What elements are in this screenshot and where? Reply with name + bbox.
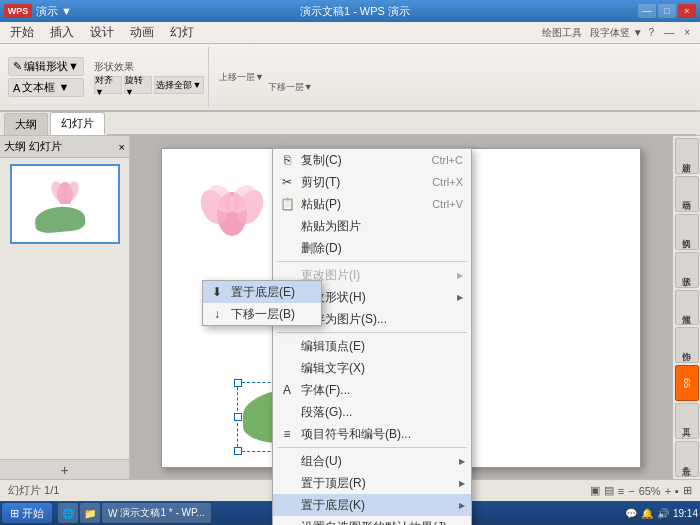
ctx-font[interactable]: A 字体(F)... <box>273 379 471 401</box>
ctx-bring-front[interactable]: 置于顶层(R) <box>273 472 471 494</box>
minimize-btn[interactable]: — <box>638 4 656 18</box>
panel-close-btn[interactable]: × <box>119 141 125 153</box>
animation-btn[interactable]: 动画 <box>675 176 699 212</box>
ctx-paste-image-label: 粘贴为图片 <box>301 218 361 235</box>
ctx-bullets[interactable]: ≡ 项目符号和编号(B)... <box>273 423 471 445</box>
ribbon-close-btn[interactable]: × <box>680 27 694 38</box>
comment-icon[interactable]: 💬 <box>625 508 637 519</box>
ctx-paste-as-image[interactable]: 粘贴为图片 <box>273 215 471 237</box>
send-backward-icon: ↓ <box>209 306 225 322</box>
ctx-send-back[interactable]: 置于底层(K) <box>273 494 471 516</box>
zoom-in[interactable]: + <box>665 485 671 497</box>
wps-logo: WPS <box>4 4 32 18</box>
shape-btn[interactable]: 形状 <box>675 252 699 288</box>
ctx-set-default-label: 设置自选图形的默认效果(J) <box>301 519 447 526</box>
ctx-edit-vertex[interactable]: 编辑顶点(E) <box>273 335 471 357</box>
taskbar-time: 19:14 <box>673 508 698 519</box>
maximize-btn[interactable]: □ <box>658 4 676 18</box>
network-icon[interactable]: 🔔 <box>641 508 653 519</box>
panel-title: 大纲 幻灯片 <box>4 139 62 154</box>
transition-btn[interactable]: 切换 <box>675 214 699 250</box>
leaf-thumb <box>34 205 86 234</box>
textbox-icon: A <box>13 82 20 94</box>
taskbar-folder-icon[interactable]: 📁 <box>80 503 100 523</box>
down-one-btn[interactable]: 下移一层▼ <box>268 81 313 94</box>
sub-send-to-back[interactable]: ⬇ 置于底层(E) <box>203 281 321 303</box>
select-all-btn[interactable]: 选择全部▼ <box>154 76 204 94</box>
edit-shape-btn[interactable]: ✎ 编辑形状▼ <box>8 57 84 76</box>
taskbar-tray: 💬 🔔 🔊 19:14 <box>625 508 698 519</box>
taskbar-browser-icon[interactable]: 🌐 <box>58 503 78 523</box>
tab-slides[interactable]: 幻灯片 <box>50 112 105 135</box>
ctx-bring-front-label: 置于顶层(R) <box>301 475 366 492</box>
menu-insert[interactable]: 插入 <box>42 22 82 43</box>
view-outline[interactable]: ≡ <box>618 485 624 497</box>
font-icon: A <box>279 382 295 398</box>
speaker-icon[interactable]: 🔊 <box>657 508 669 519</box>
sub-menu-send-back: ⬇ 置于底层(E) ↓ 下移一层(B) <box>202 280 322 326</box>
slide-thumbnail[interactable] <box>10 164 120 244</box>
zoom-slider[interactable]: ▪ <box>675 485 679 497</box>
sub-send-backward[interactable]: ↓ 下移一层(B) <box>203 303 321 325</box>
handle-tl[interactable] <box>234 379 242 387</box>
ctx-delete[interactable]: 删除(D) <box>273 237 471 259</box>
ctx-paste-label: 粘贴(P) <box>301 196 341 213</box>
copy-shortcut: Ctrl+C <box>432 154 463 166</box>
edit-shape-icon: ✎ <box>13 60 22 73</box>
ctx-paste[interactable]: 📋 粘贴(P) Ctrl+V <box>273 193 471 215</box>
submenu-arrow1: ▶ <box>457 271 463 280</box>
align-group: 对齐▼ 旋转▼ 选择全部▼ <box>94 76 204 94</box>
close-btn[interactable]: × <box>678 4 696 18</box>
window-controls[interactable]: — □ × <box>638 4 696 18</box>
submenu-arrow2: ▶ <box>457 293 463 302</box>
memo-btn[interactable]: 备忘 <box>675 441 699 477</box>
view-slide[interactable]: ▤ <box>604 484 614 497</box>
shape-effects-label: 形状效果 <box>94 60 204 74</box>
align-btn[interactable]: 对齐▼ <box>94 76 122 94</box>
zoom-level: 65% <box>639 485 661 497</box>
view-normal[interactable]: ▣ <box>590 484 600 497</box>
menu-animation[interactable]: 动画 <box>122 22 162 43</box>
add-slide-btn[interactable]: + <box>0 459 129 479</box>
ctx-paragraph[interactable]: 段落(G)... <box>273 401 471 423</box>
left-panel: 大纲 幻灯片 × 1 <box>0 136 130 479</box>
ctx-group-label: 组合(U) <box>301 453 342 470</box>
smart-btn[interactable]: 65 <box>675 365 699 401</box>
edit-shape-label: 编辑形状▼ <box>24 59 79 74</box>
textbox-btn[interactable]: A 文本框 ▼ <box>8 78 84 97</box>
start-button[interactable]: ⊞ 开始 <box>2 503 52 523</box>
help-btn[interactable]: ? <box>645 27 659 38</box>
thumb-container: 1 <box>4 164 125 244</box>
panel-header: 大纲 幻灯片 × <box>0 136 129 158</box>
menu-start[interactable]: 开始 <box>2 22 42 43</box>
handle-ml[interactable] <box>234 413 242 421</box>
wps-taskbar-label: 演示文稿1 * - WP... <box>120 506 204 520</box>
ctx-cut-label: 剪切(T) <box>301 174 340 191</box>
ctx-group[interactable]: 组合(U) <box>273 450 471 472</box>
tab-outline[interactable]: 大纲 <box>4 113 48 135</box>
rotate-btn[interactable]: 旋转▼ <box>124 76 152 94</box>
handle-bl[interactable] <box>234 447 242 455</box>
up-one-btn[interactable]: 上移一层▼ <box>219 71 264 84</box>
textbox-label: 文本框 ▼ <box>22 80 69 95</box>
slide-status: 幻灯片 1/1 <box>8 483 59 498</box>
zoom-out[interactable]: − <box>628 485 634 497</box>
right-panel: 新建 动画 切换 形状 属性 协作 65 工具 备忘 <box>672 136 700 479</box>
tools-btn[interactable]: 工具 <box>675 403 699 439</box>
new-btn[interactable]: 新建 <box>675 138 699 174</box>
start-icon: ⊞ <box>10 507 19 520</box>
menu-design[interactable]: 设计 <box>82 22 122 43</box>
ctx-edit-text[interactable]: 编辑文字(X) <box>273 357 471 379</box>
collaborate-btn[interactable]: 协作 <box>675 327 699 363</box>
zoom-fit[interactable]: ⊞ <box>683 484 692 497</box>
ctx-set-default[interactable]: 设置自选图形的默认效果(J) <box>273 516 471 525</box>
property-btn[interactable]: 属性 <box>675 290 699 326</box>
close-ribbon-btn[interactable]: — <box>660 27 678 38</box>
ctx-delete-label: 删除(D) <box>301 240 342 257</box>
ctx-cut[interactable]: ✂ 剪切(T) Ctrl+X <box>273 171 471 193</box>
ctx-sep2 <box>277 332 467 333</box>
menu-slideshow[interactable]: 幻灯 <box>162 22 202 43</box>
ctx-copy[interactable]: ⎘ 复制(C) Ctrl+C <box>273 149 471 171</box>
taskbar-wps-item[interactable]: W 演示文稿1 * - WP... <box>102 503 211 523</box>
paste-icon: 📋 <box>279 196 295 212</box>
